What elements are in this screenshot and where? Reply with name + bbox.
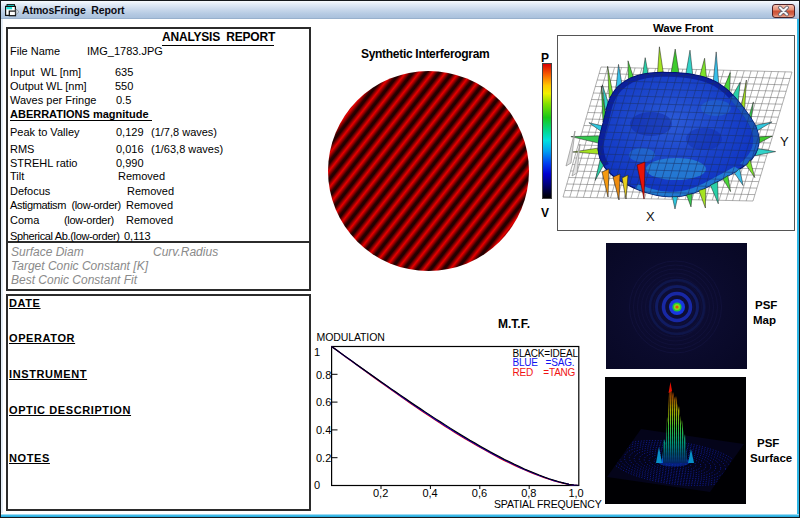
svg-text:X: X — [646, 209, 655, 224]
svg-text:Y: Y — [780, 134, 789, 149]
